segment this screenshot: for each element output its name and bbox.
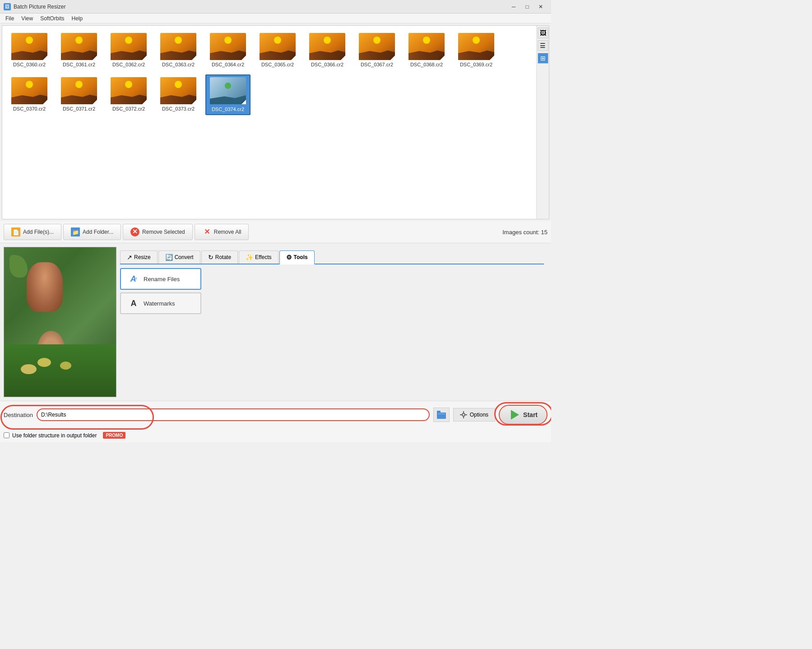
destination-input[interactable]	[37, 408, 430, 421]
tools-icon: ⚙	[286, 254, 292, 261]
app-title: Batch Picture Resizer	[14, 4, 504, 10]
images-count-value: 15	[541, 229, 548, 236]
view-buttons: 🖼 ☰ ⊞	[536, 26, 549, 219]
tab-rotate[interactable]: ↻ Rotate	[201, 250, 238, 264]
file-grid-area: DSC_0360.cr2DSC_0361.cr2DSC_0362.cr2DSC_…	[2, 25, 549, 219]
close-button[interactable]: ✕	[534, 0, 548, 14]
destination-input-wrap	[37, 408, 430, 421]
tab-effects[interactable]: ✨ Effects	[239, 250, 278, 264]
title-bar: 🖼 Batch Picture Resizer ─ □ ✕	[0, 0, 551, 14]
file-item[interactable]: DSC_0364.cr2	[205, 30, 251, 70]
promo-badge: PROMO	[103, 432, 125, 439]
file-item[interactable]: DSC_0371.cr2	[56, 74, 102, 115]
file-item[interactable]: DSC_0369.cr2	[454, 30, 499, 70]
file-item[interactable]: DSC_0370.cr2	[7, 74, 52, 115]
images-count: Images count: 15	[502, 229, 548, 236]
file-item[interactable]: DSC_0363.cr2	[156, 30, 201, 70]
menu-help[interactable]: Help	[68, 14, 87, 23]
add-folder-button[interactable]: 📁 Add Folder...	[63, 224, 121, 240]
rename-files-icon: A ³	[128, 274, 139, 284]
tab-tools[interactable]: ⚙ Tools	[279, 250, 315, 264]
file-item[interactable]: DSC_0366.cr2	[305, 30, 350, 70]
file-item[interactable]: DSC_0374.cr2	[205, 74, 251, 115]
file-name: DSC_0363.cr2	[162, 62, 195, 67]
remove-all-icon: ✕	[202, 227, 211, 236]
tab-tools-label: Tools	[294, 254, 308, 260]
browse-icon	[437, 411, 446, 419]
file-name: DSC_0360.cr2	[13, 62, 46, 67]
main-content: DSC_0360.cr2DSC_0361.cr2DSC_0362.cr2DSC_…	[0, 23, 551, 442]
remove-all-button[interactable]: ✕ Remove All	[195, 224, 249, 240]
file-name: DSC_0372.cr2	[112, 106, 145, 111]
options-icon	[460, 411, 467, 418]
file-item[interactable]: DSC_0362.cr2	[106, 30, 151, 70]
add-files-icon: 📄	[11, 227, 20, 236]
view-list-btn[interactable]: ☰	[538, 40, 548, 51]
options-button[interactable]: Options	[453, 408, 495, 422]
remove-selected-button[interactable]: ✕ Remove Selected	[123, 224, 193, 240]
file-name: DSC_0368.cr2	[410, 62, 443, 67]
svg-text:📄: 📄	[13, 229, 19, 236]
menu-file[interactable]: File	[2, 14, 18, 23]
rename-files-button[interactable]: A ³ Rename Files	[120, 268, 201, 290]
file-item[interactable]: DSC_0368.cr2	[404, 30, 449, 70]
file-name: DSC_0374.cr2	[210, 106, 246, 112]
view-image-btn[interactable]: 🖼	[538, 28, 548, 38]
svg-rect-8	[437, 411, 441, 413]
view-grid-btn[interactable]: ⊞	[538, 53, 548, 64]
file-item[interactable]: DSC_0373.cr2	[156, 74, 201, 115]
file-name: DSC_0361.cr2	[63, 62, 95, 67]
toolbar: 📄 Add File(s)... 📁 Add Folder... ✕ Remov…	[0, 221, 551, 243]
app-icon: 🖼	[4, 3, 11, 10]
tab-resize[interactable]: ↗ Resize	[120, 250, 158, 264]
remove-selected-label: Remove Selected	[142, 229, 185, 235]
images-count-label: Images count:	[502, 229, 539, 236]
tools-panel: ↗ Resize 🔄 Convert ↻ Rotate ✨ Effects ⚙	[116, 247, 548, 397]
folder-structure-label: Use folder structure in output folder	[12, 432, 97, 439]
svg-point-10	[462, 413, 465, 416]
file-name: DSC_0369.cr2	[460, 62, 492, 67]
file-name: DSC_0370.cr2	[13, 106, 46, 111]
file-item[interactable]: DSC_0372.cr2	[106, 74, 151, 115]
file-item[interactable]: DSC_0361.cr2	[56, 30, 102, 70]
tab-resize-label: Resize	[134, 254, 151, 260]
watermarks-button[interactable]: A Watermarks	[120, 292, 201, 314]
tab-convert[interactable]: 🔄 Convert	[158, 250, 200, 264]
file-name: DSC_0367.cr2	[361, 62, 393, 67]
menu-softorbits[interactable]: SoftOrbits	[37, 14, 68, 23]
options-label: Options	[470, 412, 488, 418]
file-item[interactable]: DSC_0365.cr2	[255, 30, 300, 70]
tab-effects-label: Effects	[255, 254, 271, 260]
start-label: Start	[523, 411, 538, 418]
start-button[interactable]: Start	[499, 405, 548, 425]
folder-structure-checkbox[interactable]	[4, 432, 9, 438]
tab-convert-label: Convert	[175, 254, 194, 260]
svg-text:📁: 📁	[72, 229, 79, 236]
add-files-button[interactable]: 📄 Add File(s)...	[4, 224, 61, 240]
file-item[interactable]: DSC_0367.cr2	[354, 30, 399, 70]
watermarks-label: Watermarks	[144, 300, 175, 307]
file-item[interactable]: DSC_0360.cr2	[7, 30, 52, 70]
file-grid: DSC_0360.cr2DSC_0361.cr2DSC_0362.cr2DSC_…	[2, 26, 536, 219]
browse-button[interactable]	[433, 408, 450, 422]
checkbox-row: Use folder structure in output folder PR…	[0, 428, 551, 442]
minimize-button[interactable]: ─	[507, 0, 520, 14]
remove-all-label: Remove All	[214, 229, 241, 235]
add-files-label: Add File(s)...	[23, 229, 54, 235]
preview-panel	[4, 247, 116, 397]
destination-label: Destination	[4, 412, 33, 418]
menu-bar: File View SoftOrbits Help	[0, 14, 551, 23]
file-name: DSC_0365.cr2	[261, 62, 294, 67]
maximize-button[interactable]: □	[520, 0, 534, 14]
menu-view[interactable]: View	[18, 14, 37, 23]
add-folder-label: Add Folder...	[83, 229, 113, 235]
tabs: ↗ Resize 🔄 Convert ↻ Rotate ✨ Effects ⚙	[120, 250, 544, 264]
file-name: DSC_0366.cr2	[311, 62, 343, 67]
file-name: DSC_0373.cr2	[162, 106, 195, 111]
destination-bar: Destination Options	[0, 401, 551, 428]
lower-section: ↗ Resize 🔄 Convert ↻ Rotate ✨ Effects ⚙	[0, 243, 551, 401]
svg-rect-9	[438, 413, 445, 414]
tab-rotate-label: Rotate	[215, 254, 231, 260]
file-name: DSC_0364.cr2	[212, 62, 244, 67]
resize-icon: ↗	[127, 254, 132, 261]
